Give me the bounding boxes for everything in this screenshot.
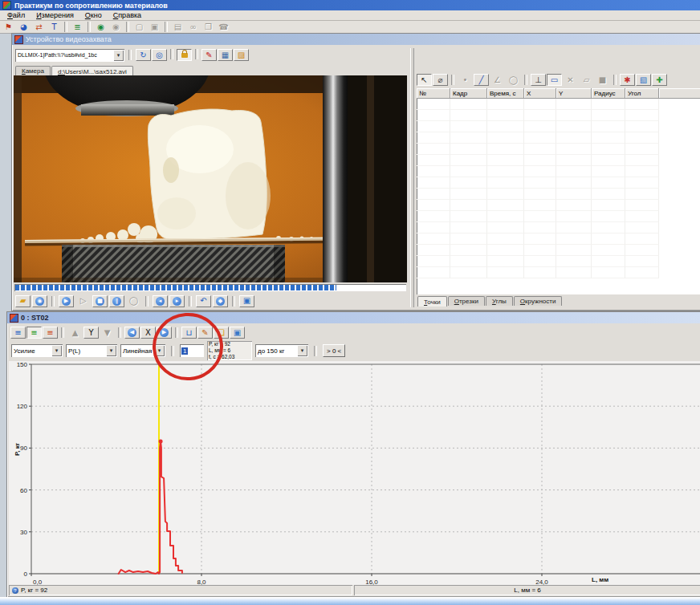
refresh-devices-icon[interactable]: ⇄ — [31, 21, 47, 33]
video-progress[interactable] — [14, 282, 407, 294]
prev-frame-icon[interactable]: ◂ — [153, 295, 168, 307]
column-header[interactable]: Кадр — [450, 88, 487, 99]
chart-plot-area[interactable]: 03060901201500,08,016,024,0 P, кг L, мм — [9, 361, 700, 585]
table-row[interactable] — [417, 189, 700, 200]
settings-icon[interactable]: ◎ — [152, 49, 167, 61]
video-progress-track[interactable] — [14, 284, 406, 291]
scale-select[interactable]: Линейная ▾ — [120, 344, 165, 357]
lock-icon[interactable] — [177, 49, 192, 61]
table-row[interactable] — [417, 222, 700, 233]
scale-icon[interactable]: ▧ — [636, 74, 651, 86]
column-header[interactable]: Угол — [625, 88, 659, 99]
legend-icon[interactable]: ≡ — [10, 327, 26, 339]
tab[interactable]: Углы — [486, 296, 513, 306]
table-cell — [450, 177, 487, 189]
x-axis-button[interactable]: X — [140, 327, 156, 339]
export-data-icon[interactable]: ✎ — [197, 327, 213, 339]
table-cell — [625, 233, 659, 245]
menu-item[interactable]: Измерения — [31, 10, 79, 20]
table-row[interactable] — [417, 144, 700, 155]
column-header[interactable]: № — [417, 88, 450, 99]
quantity-select[interactable]: Усилие ▾ — [11, 344, 63, 357]
x-zoom-in-icon[interactable]: ◀ — [124, 327, 140, 339]
undo-icon[interactable]: ↶ — [196, 295, 211, 307]
chevron-down-icon[interactable]: ▾ — [106, 345, 116, 356]
tab[interactable]: Камера — [15, 66, 51, 75]
app-root: { "app": { "title": "Практикум по сопрот… — [0, 0, 700, 605]
measure-icon[interactable]: ⌀ — [433, 74, 448, 86]
measure-table[interactable]: №КадрВремя, сXYРадиусУгол — [417, 88, 700, 294]
copy-chart-icon[interactable]: ❏ — [214, 327, 229, 339]
video-display[interactable] — [14, 75, 407, 282]
series-green-icon[interactable]: ≡ — [26, 327, 42, 339]
select-cursor-icon[interactable]: ↖ — [417, 74, 432, 86]
series-red-icon[interactable]: ≡ — [43, 327, 58, 339]
chart-window-titlebar[interactable]: 0 : ST02 — [7, 312, 700, 323]
edit-icon[interactable]: ✎ — [201, 49, 217, 61]
column-header[interactable]: Y — [556, 88, 592, 99]
range-select[interactable]: до 150 кг ▾ — [255, 344, 308, 357]
device-select[interactable]: DLLMIX-1|Path:\\?\usb#vid_1bc ▾ — [15, 49, 124, 62]
session-icon[interactable]: ⚑ — [1, 21, 16, 33]
table-row[interactable] — [417, 177, 700, 189]
table-row[interactable] — [417, 99, 700, 110]
zero-button[interactable]: > 0 < — [323, 344, 345, 357]
add-row-icon[interactable]: ✚ — [652, 74, 667, 86]
table-row[interactable] — [417, 110, 700, 121]
chevron-down-icon[interactable]: ▾ — [113, 50, 124, 61]
clear-chart-icon[interactable]: ⊔ — [181, 327, 197, 339]
chevron-down-icon[interactable]: ▾ — [297, 345, 307, 356]
splitter[interactable] — [407, 47, 417, 309]
protocol-list-icon[interactable]: ≣ — [70, 21, 85, 33]
camera-start-icon[interactable]: ◉ — [93, 21, 108, 33]
column-header[interactable]: Радиус — [592, 88, 625, 99]
column-header[interactable]: Время, с — [487, 88, 524, 99]
open-file-icon[interactable]: ▰ — [15, 295, 31, 307]
refresh-icon[interactable]: ↻ — [136, 49, 151, 61]
tab[interactable]: Окружности — [514, 296, 563, 306]
y-axis-button[interactable]: Y — [83, 327, 99, 339]
next-frame-icon[interactable]: ▸ — [169, 295, 185, 307]
marker-field[interactable]: 1 — [180, 344, 204, 357]
tab[interactable]: Отрезки — [448, 296, 485, 306]
tab[interactable]: Точки — [417, 296, 447, 307]
frame-icon[interactable]: ▭ — [547, 74, 562, 86]
table-cell — [625, 166, 659, 177]
save-icon[interactable]: ▣ — [239, 295, 254, 307]
play-icon[interactable]: ▶ — [59, 295, 74, 307]
function-select[interactable]: P(L) ▾ — [66, 344, 117, 357]
pause-icon[interactable]: ‖ — [109, 295, 124, 307]
column-header[interactable]: X — [524, 88, 556, 99]
table-row[interactable] — [417, 256, 700, 267]
chart-new-icon: ▤ — [170, 21, 185, 33]
web-icon[interactable]: ◕ — [16, 21, 31, 33]
calibrate-icon[interactable]: ✱ — [620, 74, 635, 86]
menu-item[interactable]: Файл — [2, 10, 31, 20]
folder-frames-icon[interactable]: ▨ — [234, 49, 249, 61]
stop-icon[interactable]: ■ — [92, 295, 108, 307]
table-row[interactable] — [417, 211, 700, 222]
chevron-down-icon[interactable]: ▾ — [154, 345, 165, 356]
marker-icon[interactable]: ◆ — [213, 295, 228, 307]
table-row[interactable] — [417, 166, 700, 177]
table-row[interactable] — [417, 233, 700, 245]
table-row[interactable] — [417, 132, 700, 144]
video-window-titlebar[interactable]: Устройство видеозахвата — [12, 34, 700, 45]
save-image-icon[interactable]: ▣ — [230, 327, 245, 339]
table-row[interactable] — [417, 155, 700, 166]
app-titlebar[interactable]: Практикум по сопротивлению материалов — [0, 0, 700, 10]
table-row[interactable] — [417, 245, 700, 256]
table-row[interactable] — [417, 200, 700, 211]
grid-icon[interactable]: ▦ — [218, 49, 233, 61]
record-icon[interactable]: ◉ — [32, 295, 47, 307]
table-cell — [592, 144, 625, 155]
x-zoom-out-icon[interactable]: ▶ — [157, 327, 172, 339]
menu-item[interactable]: Справка — [108, 10, 147, 20]
menu-item[interactable]: Окно — [79, 10, 108, 20]
table-row[interactable] — [417, 267, 700, 278]
table-row[interactable] — [417, 121, 700, 132]
chevron-down-icon[interactable]: ▾ — [51, 345, 62, 356]
text-tool-icon[interactable]: T — [47, 21, 62, 33]
segment-icon[interactable]: ╱ — [474, 74, 489, 86]
axes-icon[interactable]: ⊥ — [531, 74, 546, 86]
